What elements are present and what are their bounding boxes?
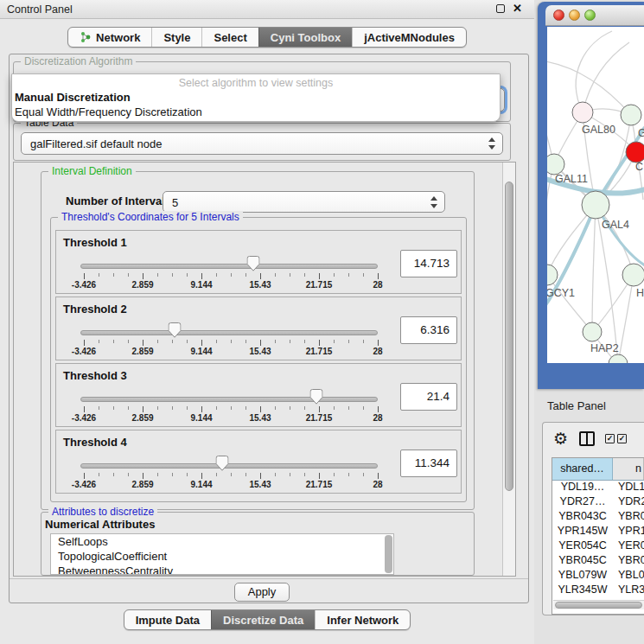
minor-tick	[304, 273, 305, 277]
threshold-value-field[interactable]: 6.316	[400, 316, 457, 344]
table-row[interactable]: YER054CYER0	[552, 539, 644, 554]
table-cell[interactable]: YPR145W	[552, 525, 613, 539]
network-node[interactable]	[583, 322, 602, 341]
network-edge[interactable]	[576, 31, 612, 112]
minimize-traffic-light-icon[interactable]	[569, 10, 580, 21]
table-cell[interactable]: YDL19…	[552, 481, 613, 495]
table-cell[interactable]: YER054C	[552, 539, 613, 554]
network-node[interactable]	[547, 265, 558, 285]
group-title-thresholds: Threshold's Coordinates for 5 Intervals	[58, 211, 243, 223]
minor-tick	[172, 273, 173, 277]
network-node[interactable]	[609, 354, 628, 363]
network-edge[interactable]	[592, 205, 596, 332]
table-cell[interactable]: YBR043C	[552, 510, 613, 525]
table-cell[interactable]: YLR345W	[552, 583, 613, 598]
scrollbar-thumb[interactable]	[505, 182, 513, 491]
pane-vertical-scrollbar[interactable]	[502, 163, 515, 576]
threshold-panel: Threshold 3 -3.4262.8599.14415.4321.7152…	[55, 363, 462, 427]
table-cell[interactable]: YDR2	[613, 495, 644, 510]
close-icon[interactable]: ✕	[513, 3, 522, 14]
table-cell[interactable]: YDR27…	[552, 495, 613, 510]
table-cell[interactable]: YLR3	[613, 583, 644, 598]
table-row[interactable]: YDR27…YDR2	[552, 495, 644, 510]
tab-style[interactable]: Style	[151, 28, 201, 47]
tab-network[interactable]: Network	[68, 28, 151, 47]
tab-cyni-toolbox[interactable]: Cyni Toolbox	[258, 28, 352, 47]
slider-thumb[interactable]	[309, 389, 322, 408]
network-node[interactable]	[572, 102, 593, 123]
network-node[interactable]	[582, 191, 609, 219]
column-header-shared-name[interactable]: shared…	[552, 458, 613, 480]
table-cell[interactable]: YBL0	[613, 569, 644, 583]
network-node[interactable]	[547, 154, 564, 175]
network-node[interactable]	[622, 264, 644, 286]
slider-track[interactable]	[80, 264, 378, 269]
network-node-label: GAL80	[582, 124, 615, 136]
tab-impute-data[interactable]: Impute Data	[124, 610, 211, 629]
network-edge[interactable]	[618, 275, 634, 363]
slider-track[interactable]	[80, 397, 378, 402]
checkbox-icon[interactable]: ✓	[617, 434, 627, 443]
table-cell[interactable]: YPR1	[613, 525, 644, 539]
slider-track[interactable]	[80, 463, 378, 469]
minor-tick	[99, 473, 99, 476]
tick-label: 28	[373, 280, 382, 290]
minor-tick	[245, 340, 246, 343]
apply-button[interactable]: Apply	[234, 583, 290, 602]
slider-thumb[interactable]	[247, 256, 260, 275]
network-edge[interactable]	[547, 275, 592, 332]
num-intervals-combobox[interactable]: 5	[163, 191, 445, 213]
table-cell[interactable]: YER0	[613, 539, 644, 554]
zoom-traffic-light-icon[interactable]	[584, 10, 596, 21]
minor-tick	[334, 340, 335, 343]
network-canvas[interactable]: GAL80GCGAL11GAL4GCY1HHAP2	[547, 27, 644, 363]
checkbox-icon[interactable]: ✓	[605, 434, 615, 443]
minor-tick	[216, 340, 217, 343]
interval-definition-group: Interval Definition Number of Intervals …	[41, 171, 475, 510]
table-row[interactable]: YBR043CYBR0	[552, 510, 644, 525]
combo-stepper-icon	[430, 196, 438, 208]
network-node[interactable]	[626, 142, 644, 163]
tab-infer-network[interactable]: Infer Network	[315, 610, 410, 629]
threshold-value-field[interactable]: 21.4	[400, 383, 457, 411]
network-node-label: G	[638, 127, 644, 139]
attribute-list-item[interactable]: BetweennessCentrality	[51, 564, 393, 575]
slider-track[interactable]	[80, 330, 378, 335]
list-scrollbar[interactable]	[385, 535, 392, 573]
table-row[interactable]: YLR345WYLR3	[552, 583, 644, 598]
table-row[interactable]: YBR045CYBR0	[552, 554, 644, 569]
threshold-label: Threshold 2	[63, 303, 127, 316]
columns-icon[interactable]	[579, 431, 595, 446]
attribute-list-item[interactable]: TopologicalCoefficient	[51, 549, 393, 564]
slider-thumb[interactable]	[215, 456, 228, 475]
network-node[interactable]	[621, 105, 641, 125]
group-title-interval-definition: Interval Definition	[48, 165, 136, 177]
gear-icon[interactable]: ⚙	[553, 429, 568, 448]
threshold-value-field[interactable]: 11.344	[400, 450, 457, 477]
table-cell[interactable]: YBR0	[613, 510, 644, 525]
table-row[interactable]: YBL079WYBL0	[552, 569, 644, 583]
table-horizontal-scrollbar[interactable]	[553, 600, 644, 609]
tab-label: Style	[163, 28, 190, 48]
scrollbar-thumb[interactable]	[555, 602, 642, 609]
close-traffic-light-icon[interactable]	[553, 10, 564, 21]
table-row[interactable]: YPR145WYPR1	[552, 525, 644, 539]
dropdown-item-equal-width[interactable]: Equal Width/Frequency Discretization	[15, 105, 202, 118]
table-cell[interactable]: YDL1	[613, 481, 644, 495]
dropdown-item-manual[interactable]: Manual Discretization	[15, 91, 131, 104]
table-cell[interactable]: YBL079W	[552, 569, 613, 583]
tab-jactivemnodules[interactable]: jActiveMNodules	[352, 28, 466, 47]
network-edge[interactable]	[583, 42, 629, 112]
tab-select[interactable]: Select	[201, 28, 258, 47]
slider-thumb[interactable]	[169, 322, 182, 341]
attribute-list-item[interactable]: SelfLoops	[51, 534, 393, 549]
column-header-name[interactable]: n	[613, 458, 644, 480]
table-cell[interactable]: YBR045C	[552, 554, 613, 569]
threshold-value-field[interactable]: 14.713	[400, 250, 457, 277]
table-row[interactable]: YDL19…YDL1	[552, 481, 644, 495]
slider-tick-labels: -3.4262.8599.14415.4321.71528	[56, 413, 461, 424]
table-data-combobox[interactable]: galFiltered.sif default node	[21, 132, 503, 155]
table-cell[interactable]: YBR0	[613, 554, 644, 569]
tab-discretize-data[interactable]: Discretize Data	[211, 610, 315, 629]
float-window-icon[interactable]	[496, 4, 505, 13]
